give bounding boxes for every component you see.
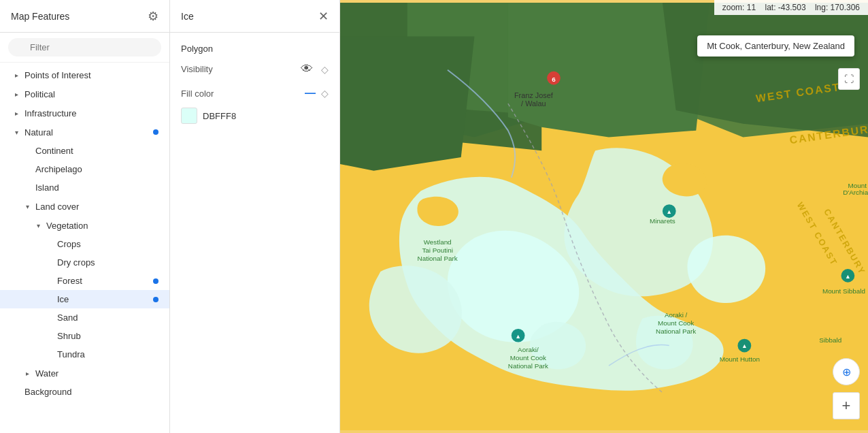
chevron-right-icon: ▸	[11, 69, 22, 80]
svg-text:Mount Hutton: Mount Hutton	[720, 355, 760, 363]
sidebar-item-points-of-interest[interactable]: ▸Points of Interest	[0, 65, 169, 84]
lng-value: 170.306	[831, 3, 860, 12]
sidebar-item-political[interactable]: ▸Political	[0, 84, 169, 103]
sidebar-item-label-vegetation: Vegetation	[46, 221, 158, 231]
visibility-diamond-icon[interactable]: ◇	[321, 64, 329, 75]
chevron-down-icon: ▾	[22, 201, 33, 212]
filter-input[interactable]	[8, 38, 161, 57]
sidebar-item-archipelago[interactable]: Archipelago	[0, 160, 169, 178]
svg-text:D'Archiac: D'Archiac	[843, 189, 868, 196]
visibility-label: Visibility	[181, 64, 213, 74]
sidebar-item-label-natural: Natural	[24, 127, 153, 138]
filter-container: ☰	[0, 33, 169, 63]
svg-text:Mount Cook: Mount Cook	[510, 354, 546, 362]
sidebar-item-label-shrub: Shrub	[57, 331, 158, 341]
svg-text:Franz Josef: Franz Josef	[514, 91, 554, 99]
location-button[interactable]: ⊕	[833, 358, 860, 385]
sidebar-item-dry-crops[interactable]: Dry crops	[0, 253, 169, 272]
svg-text:Aoraki /: Aoraki /	[665, 311, 688, 319]
sidebar-item-label-tundra: Tundra	[57, 349, 158, 359]
svg-marker-4	[340, 36, 474, 170]
svg-text:National Park: National Park	[508, 362, 548, 370]
svg-text:Sibbald: Sibbald	[819, 336, 841, 344]
sidebar-item-land-cover[interactable]: ▾Land cover	[0, 197, 169, 216]
svg-text:▲: ▲	[515, 333, 521, 340]
sidebar-item-label-dry-crops: Dry crops	[57, 257, 158, 268]
active-dot	[153, 129, 158, 135]
svg-text:Aoraki/: Aoraki/	[518, 346, 539, 353]
sidebar-item-continent[interactable]: Continent	[0, 142, 169, 160]
sidebar-item-label-political: Political	[24, 89, 158, 99]
sidebar-item-water[interactable]: ▸Water	[0, 364, 169, 383]
sidebar-item-label-crops: Crops	[57, 239, 158, 249]
svg-text:Mount Cook: Mount Cook	[658, 319, 694, 327]
sidebar-item-label-archipelago: Archipelago	[35, 164, 158, 174]
color-swatch[interactable]	[181, 108, 197, 124]
settings-icon[interactable]: ⚙	[148, 9, 158, 24]
sidebar-item-forest[interactable]: Forest	[0, 272, 169, 290]
sidebar-item-label-forest: Forest	[57, 276, 153, 286]
chevron-right-icon: ▸	[11, 89, 22, 99]
sidebar-item-shrub[interactable]: Shrub	[0, 327, 169, 345]
fill-color-diamond-icon[interactable]: ◇	[321, 88, 329, 99]
color-hex-value: DBFFF8	[203, 111, 236, 121]
svg-text:Minarets: Minarets	[650, 217, 675, 225]
svg-text:National Park: National Park	[656, 327, 696, 335]
sidebar-item-label-points-of-interest: Points of Interest	[24, 70, 158, 80]
visibility-icon[interactable]: 👁	[301, 62, 313, 76]
active-dot	[153, 297, 158, 302]
sidebar-item-label-ice: Ice	[57, 294, 153, 304]
color-swatch-row: DBFFF8	[181, 108, 329, 124]
sidebar-item-background[interactable]: Background	[0, 383, 169, 401]
sidebar-item-crops[interactable]: Crops	[0, 235, 169, 253]
sidebar-title: Map Features	[11, 11, 69, 22]
sidebar-item-vegetation[interactable]: ▾Vegetation	[0, 216, 169, 235]
sidebar-item-ice[interactable]: Ice	[0, 290, 169, 308]
filter-wrapper: ☰	[8, 38, 161, 57]
location-tooltip: Mt Cook, Canterbury, New Zealand	[697, 35, 854, 57]
location-name: Mt Cook, Canterbury, New Zealand	[707, 41, 845, 51]
sidebar-item-island[interactable]: Island	[0, 178, 169, 197]
sidebar-item-label-background: Background	[24, 387, 158, 397]
close-icon[interactable]: ✕	[318, 10, 329, 22]
svg-text:▲: ▲	[845, 273, 851, 280]
sidebar-item-label-sand: Sand	[57, 312, 158, 323]
detail-header: Ice ✕	[170, 0, 339, 33]
svg-text:▲: ▲	[666, 208, 672, 215]
nav-tree: ▸Points of Interest▸Political▸Infrastruc…	[0, 63, 169, 404]
sidebar-item-label-island: Island	[35, 182, 158, 193]
svg-text:Mount Sibbald: Mount Sibbald	[822, 287, 865, 295]
sidebar-item-label-water: Water	[35, 368, 158, 379]
chevron-right-icon: ▸	[11, 108, 22, 118]
zoom-label: zoom:	[722, 3, 745, 12]
sidebar-item-sand[interactable]: Sand	[0, 308, 169, 327]
lat-label: lat:	[765, 3, 776, 12]
sidebar-item-label-land-cover: Land cover	[35, 202, 158, 212]
lat-value: -43.503	[778, 3, 806, 12]
map-header: zoom: 11 lat: -43.503 lng: 170.306	[714, 0, 868, 15]
svg-text:6: 6	[552, 76, 556, 83]
svg-text:Mount: Mount	[848, 182, 867, 189]
sidebar-item-tundra[interactable]: Tundra	[0, 345, 169, 364]
detail-panel: Ice ✕ Polygon Visibility 👁 ◇ Fill color …	[170, 0, 340, 433]
chevron-down-icon: ▾	[11, 127, 22, 138]
detail-content: Polygon Visibility 👁 ◇ Fill color — ◇ DB…	[170, 33, 339, 135]
fullscreen-button[interactable]: ⛶	[838, 68, 860, 90]
map-svg: 6 ▲ ▲ ▲ ▲ ▲ WEST COAST CANTERBURY WEST C…	[340, 0, 868, 433]
fill-color-minus-icon[interactable]: —	[305, 87, 316, 99]
sidebar: Map Features ⚙ ☰ ▸Points of Interest▸Pol…	[0, 0, 170, 433]
zoom-in-button[interactable]: +	[833, 392, 860, 419]
svg-text:Westland: Westland	[424, 238, 452, 246]
active-dot	[153, 278, 158, 284]
polygon-section-title: Polygon	[181, 44, 329, 54]
svg-text:Tai Poutini: Tai Poutini	[422, 246, 453, 254]
svg-text:/ Walau: / Walau	[521, 99, 546, 108]
fill-color-row: Fill color — ◇	[181, 87, 329, 99]
sidebar-item-natural[interactable]: ▾Natural	[0, 123, 169, 142]
visibility-row: Visibility 👁 ◇	[181, 62, 329, 76]
sidebar-item-label-infrastructure: Infrastructure	[24, 108, 158, 118]
sidebar-header: Map Features ⚙	[0, 0, 169, 33]
sidebar-item-infrastructure[interactable]: ▸Infrastructure	[0, 103, 169, 123]
map-container[interactable]: zoom: 11 lat: -43.503 lng: 170.306 Mt Co…	[340, 0, 868, 433]
svg-text:National Park: National Park	[418, 255, 458, 262]
